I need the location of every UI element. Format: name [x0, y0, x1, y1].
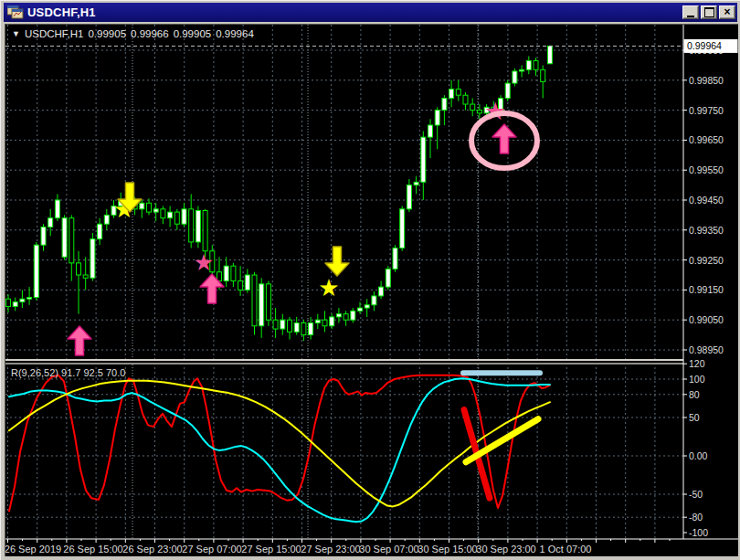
osc-tick-label: -80 — [689, 512, 703, 523]
candle — [547, 46, 552, 63]
indicator-label: R(9,26,52) 91.7 92.5 70.0 — [11, 367, 125, 378]
ohlc-close: 0.99964 — [216, 28, 254, 39]
cyan-line — [9, 378, 550, 522]
candle — [90, 239, 95, 279]
price-tick-label: 0.99050 — [689, 314, 724, 325]
ohlc-header: ▼ USDCHF,H1 0.99905 0.99966 0.99905 0.99… — [12, 28, 254, 39]
candle — [322, 320, 327, 326]
candle — [98, 224, 102, 238]
candle — [456, 90, 460, 96]
symbol-dropdown-icon[interactable]: ▼ — [12, 29, 20, 38]
candle — [69, 218, 74, 263]
close-button[interactable]: × — [719, 5, 735, 19]
candle — [463, 95, 468, 104]
time-tick-label: 27 Sep 15:00 — [241, 544, 301, 555]
title-bar[interactable]: USDCHF,H1 × — [4, 3, 737, 22]
star-yellow-2: ★ — [318, 274, 339, 301]
star-pink-1: ★ — [194, 249, 214, 275]
osc-tick-label: 50 — [689, 412, 700, 423]
candle — [189, 209, 194, 242]
candle — [280, 320, 285, 329]
candle — [13, 302, 17, 307]
candle — [168, 212, 173, 218]
osc-tick-label: 80 — [689, 389, 700, 400]
candle — [379, 287, 384, 296]
time-tick-label: 26 Sep 15:00 — [63, 544, 122, 555]
candle — [55, 200, 59, 218]
candle — [513, 71, 517, 83]
candle — [505, 83, 510, 98]
price-tick-label: 0.99450 — [689, 195, 724, 206]
minimize-button[interactable] — [682, 5, 699, 19]
candle — [104, 215, 109, 224]
candle — [231, 266, 236, 280]
price-tick-label: 0.99250 — [689, 255, 724, 266]
candle — [41, 227, 46, 246]
candles-layer — [5, 46, 683, 341]
candle — [6, 299, 11, 306]
candle — [358, 308, 363, 311]
candle — [442, 98, 447, 110]
candle — [477, 111, 481, 113]
close-icon: × — [724, 6, 730, 17]
osc-tick-label: -100 — [689, 527, 708, 538]
candle — [407, 185, 411, 209]
candle — [351, 311, 355, 320]
chart-canvas[interactable]: ★★★★R(9,26,52) 91.7 92.5 70.00.989500.99… — [5, 25, 738, 556]
price-tick-label: 0.98950 — [689, 344, 724, 355]
candle — [534, 60, 538, 69]
candle — [20, 299, 25, 301]
candle — [245, 275, 249, 290]
time-tick-label: 1 Oct 07:00 — [540, 544, 592, 555]
candle — [414, 182, 418, 185]
price-tick-label: 0.99350 — [689, 225, 724, 236]
candle — [315, 320, 320, 322]
sell-arrow-2 — [325, 247, 349, 276]
candle — [309, 322, 313, 334]
candle — [449, 90, 454, 99]
chart-window-icon — [7, 5, 24, 19]
osc-tick-label: 100 — [689, 374, 705, 385]
time-tick-label: 27 Sep 07:00 — [182, 544, 241, 555]
maximize-button[interactable] — [701, 5, 717, 19]
buy-arrow-3 — [492, 124, 516, 153]
osc-tick-label: -50 — [689, 489, 703, 500]
candle — [224, 266, 228, 280]
time-tick-label: 30 Sep 23:00 — [476, 544, 535, 555]
ohlc-symbol: USDCHF,H1 — [25, 28, 84, 39]
candle — [83, 275, 88, 278]
candle — [336, 314, 341, 317]
candle — [421, 137, 426, 182]
candle — [288, 320, 292, 332]
ohlc-open: 0.99905 — [88, 28, 126, 39]
window-controls: × — [682, 5, 735, 19]
price-tick-label: 0.99650 — [689, 134, 724, 145]
candle — [470, 104, 475, 111]
time-tick-label: 26 Sep 23:00 — [122, 544, 182, 555]
minimize-icon — [687, 16, 694, 17]
candle — [393, 248, 397, 269]
candle — [77, 263, 81, 275]
indicator-layer: R(9,26,52) 91.7 92.5 70.0 — [9, 367, 550, 522]
ohlc-low: 0.99905 — [174, 28, 212, 39]
current-price-value: 0.99964 — [687, 40, 722, 51]
candle — [400, 209, 405, 248]
candle — [428, 125, 433, 137]
candle — [386, 269, 390, 287]
osc-tick-label: 120 — [689, 358, 705, 369]
time-tick-label: 30 Sep 15:00 — [418, 544, 477, 555]
candle — [174, 212, 179, 224]
candle — [273, 320, 278, 329]
time-tick-label: 27 Sep 23:00 — [301, 544, 360, 555]
ohlc-high: 0.99966 — [131, 28, 169, 39]
chart-client-area[interactable]: ★★★★R(9,26,52) 91.7 92.5 70.00.989500.99… — [5, 24, 738, 556]
red-line — [9, 375, 550, 512]
candle — [140, 203, 144, 209]
mt4-chart-window: USDCHF,H1 × ★★★★R(9,26,52) 91.7 92.5 70.… — [0, 0, 740, 560]
candle — [252, 275, 257, 326]
candle — [34, 245, 38, 297]
candle — [365, 305, 369, 308]
candle — [520, 69, 524, 71]
candle — [196, 210, 200, 241]
candle — [182, 209, 186, 224]
